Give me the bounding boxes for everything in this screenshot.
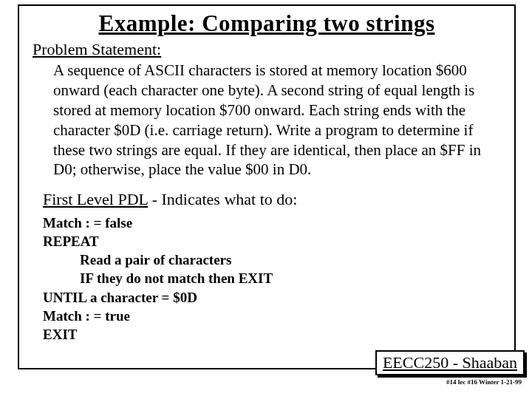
problem-statement-body: A sequence of ASCII characters is stored… bbox=[53, 61, 501, 180]
pdl-heading-underline: First Level PDL bbox=[43, 190, 148, 208]
pdl-heading-rest: - Indicates what to do: bbox=[148, 190, 297, 208]
problem-statement-label-text: Problem Statement: bbox=[33, 40, 161, 58]
pdl-line-2: REPEAT bbox=[43, 232, 501, 250]
pdl-line-3: Read a pair of characters bbox=[80, 250, 501, 269]
pdl-heading: First Level PDL - Indicates what to do: bbox=[43, 190, 501, 209]
problem-statement-label: Problem Statement: bbox=[33, 40, 501, 59]
pdl-line-7: EXIT bbox=[43, 325, 501, 344]
footer-course-box: EECC250 - Shaaban bbox=[375, 350, 525, 375]
footer-lecture-info: #14 lec #16 Winter 1-21-99 bbox=[446, 378, 522, 386]
footer-course-text: EECC250 - Shaaban bbox=[383, 353, 517, 372]
pdl-line-6: Match : = true bbox=[43, 307, 501, 325]
slide-title: Example: Comparing two strings bbox=[33, 10, 501, 37]
pdl-line-5: UNTIL a character = $0D bbox=[43, 288, 501, 307]
pdl-line-4: IF they do not match then EXIT bbox=[80, 269, 501, 287]
pdl-line-1: Match : = false bbox=[43, 214, 501, 232]
slide-frame: Example: Comparing two strings Problem S… bbox=[18, 4, 516, 369]
